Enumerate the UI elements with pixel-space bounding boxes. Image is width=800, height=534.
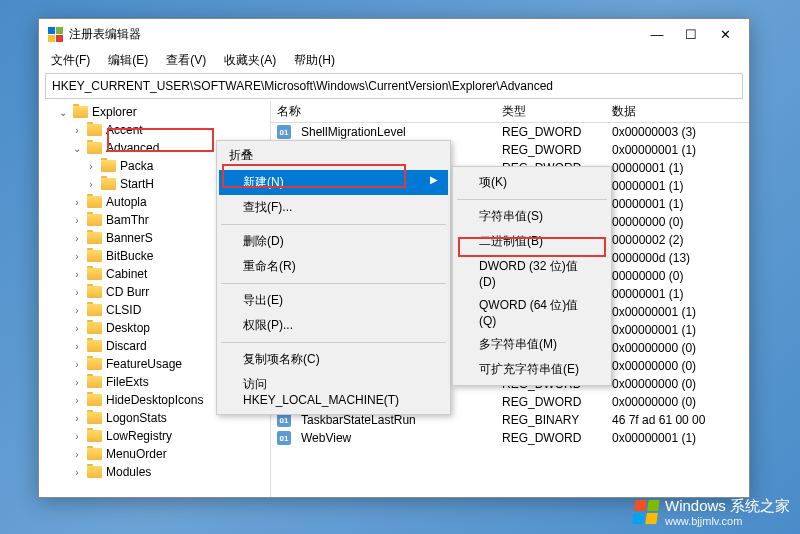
tree-label: MenuOrder: [106, 447, 167, 461]
chevron-right-icon[interactable]: ›: [71, 233, 83, 244]
minimize-button[interactable]: —: [649, 26, 665, 42]
value-type: REG_DWORD: [496, 395, 606, 409]
folder-icon: [87, 232, 102, 244]
value-data: 0x00000000 (0): [606, 395, 749, 409]
chevron-right-icon[interactable]: ›: [71, 197, 83, 208]
value-data: 0x00000000 (0): [606, 377, 749, 391]
chevron-right-icon[interactable]: ›: [85, 161, 97, 172]
menubar: 文件(F) 编辑(E) 查看(V) 收藏夹(A) 帮助(H): [39, 49, 749, 71]
ctx-rename[interactable]: 重命名(R): [219, 254, 448, 279]
value-row[interactable]: 01WebViewREG_DWORD0x00000001 (1): [271, 429, 749, 447]
chevron-right-icon[interactable]: ›: [71, 449, 83, 460]
tree-item[interactable]: ›Modules: [39, 463, 270, 481]
ctx-new-string[interactable]: 字符串值(S): [455, 204, 609, 229]
tree-item[interactable]: ⌄Explorer: [39, 103, 270, 121]
value-row[interactable]: 01ShellMigrationLevelREG_DWORD0x00000003…: [271, 123, 749, 141]
list-header: 名称 类型 数据: [271, 101, 749, 123]
chevron-right-icon[interactable]: ›: [71, 413, 83, 424]
close-button[interactable]: ✕: [717, 26, 733, 42]
folder-icon: [73, 106, 88, 118]
ctx-goto[interactable]: 访问 HKEY_LOCAL_MACHINE(T): [219, 372, 448, 411]
menu-help[interactable]: 帮助(H): [286, 50, 343, 71]
col-name[interactable]: 名称: [271, 103, 496, 120]
folder-icon: [87, 286, 102, 298]
chevron-right-icon[interactable]: ›: [71, 323, 83, 334]
chevron-down-icon[interactable]: ⌄: [71, 143, 83, 154]
ctx-new-multistring[interactable]: 多字符串值(M): [455, 332, 609, 357]
watermark-logo: [631, 499, 661, 525]
tree-label: FileExts: [106, 375, 149, 389]
value-data: 00000001 (1): [606, 287, 749, 301]
chevron-right-icon[interactable]: ›: [85, 179, 97, 190]
tree-item[interactable]: ›LowRegistry: [39, 427, 270, 445]
folder-icon: [87, 358, 102, 370]
value-name: TaskbarStateLastRun: [295, 413, 496, 427]
value-data: 00000001 (1): [606, 179, 749, 193]
folder-icon: [101, 160, 116, 172]
tree-label: Accent: [106, 123, 143, 137]
tree-item[interactable]: ›MenuOrder: [39, 445, 270, 463]
tree-label: CLSID: [106, 303, 141, 317]
value-icon: 01: [277, 413, 291, 427]
chevron-right-icon[interactable]: ›: [71, 377, 83, 388]
value-data: 0x00000001 (1): [606, 143, 749, 157]
menu-edit[interactable]: 编辑(E): [100, 50, 156, 71]
col-type[interactable]: 类型: [496, 103, 606, 120]
tree-label: Advanced: [106, 141, 159, 155]
chevron-right-icon[interactable]: ›: [71, 215, 83, 226]
ctx-collapse[interactable]: 折叠: [219, 144, 448, 170]
tree-label: BannerS: [106, 231, 153, 245]
ctx-new[interactable]: 新建(N) ▶: [219, 170, 448, 195]
menu-favorites[interactable]: 收藏夹(A): [216, 50, 284, 71]
chevron-right-icon[interactable]: ›: [71, 467, 83, 478]
ctx-new-key[interactable]: 项(K): [455, 170, 609, 195]
chevron-right-icon[interactable]: ›: [71, 125, 83, 136]
ctx-permissions[interactable]: 权限(P)...: [219, 313, 448, 338]
chevron-right-icon[interactable]: ›: [71, 359, 83, 370]
chevron-down-icon[interactable]: ⌄: [57, 107, 69, 118]
ctx-new-expandstring[interactable]: 可扩充字符串值(E): [455, 357, 609, 382]
ctx-new-qword[interactable]: QWORD (64 位)值(Q): [455, 293, 609, 332]
value-data: 0x00000000 (0): [606, 359, 749, 373]
menu-view[interactable]: 查看(V): [158, 50, 214, 71]
menu-file[interactable]: 文件(F): [43, 50, 98, 71]
ctx-find[interactable]: 查找(F)...: [219, 195, 448, 220]
ctx-new-binary[interactable]: 二进制值(B): [455, 229, 609, 254]
tree-label: Packa: [120, 159, 153, 173]
value-data: 00000001 (1): [606, 197, 749, 211]
value-data: 00000001 (1): [606, 161, 749, 175]
chevron-right-icon[interactable]: ›: [71, 287, 83, 298]
chevron-right-icon[interactable]: ›: [71, 251, 83, 262]
value-data: 0x00000000 (0): [606, 341, 749, 355]
chevron-right-icon[interactable]: ›: [71, 341, 83, 352]
folder-icon: [87, 322, 102, 334]
tree-label: Desktop: [106, 321, 150, 335]
folder-icon: [87, 430, 102, 442]
ctx-new-dword[interactable]: DWORD (32 位)值(D): [455, 254, 609, 293]
folder-icon: [87, 466, 102, 478]
ctx-export[interactable]: 导出(E): [219, 288, 448, 313]
value-data: 0x00000003 (3): [606, 125, 749, 139]
folder-icon: [87, 250, 102, 262]
folder-icon: [87, 412, 102, 424]
tree-item[interactable]: ›Accent: [39, 121, 270, 139]
watermark-text: Windows 系统之家 www.bjjmlv.com: [665, 497, 790, 528]
chevron-right-icon[interactable]: ›: [71, 305, 83, 316]
folder-icon: [87, 142, 102, 154]
col-data[interactable]: 数据: [606, 103, 749, 120]
maximize-button[interactable]: ☐: [683, 26, 699, 42]
chevron-right-icon: ▶: [430, 174, 438, 185]
ctx-delete[interactable]: 删除(D): [219, 229, 448, 254]
value-data: 0x00000001 (1): [606, 431, 749, 445]
folder-icon: [87, 268, 102, 280]
folder-icon: [87, 394, 102, 406]
ctx-copykey[interactable]: 复制项名称(C): [219, 347, 448, 372]
value-type: REG_DWORD: [496, 431, 606, 445]
value-data: 00000000 (0): [606, 269, 749, 283]
chevron-right-icon[interactable]: ›: [71, 395, 83, 406]
chevron-right-icon[interactable]: ›: [71, 431, 83, 442]
address-bar[interactable]: HKEY_CURRENT_USER\SOFTWARE\Microsoft\Win…: [45, 73, 743, 99]
value-type: REG_DWORD: [496, 143, 606, 157]
chevron-right-icon[interactable]: ›: [71, 269, 83, 280]
separator: [221, 283, 446, 284]
